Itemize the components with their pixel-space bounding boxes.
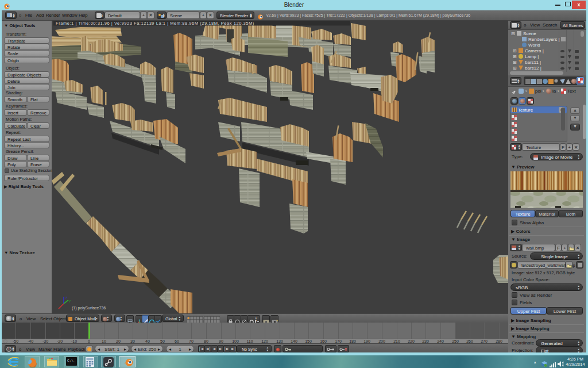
svg-text:(1) polySurface736: (1) polySurface736	[72, 306, 106, 310]
svg-text:Frame:1 | Time:00:31.96 | Ve:9: Frame:1 | Time:00:31.96 | Ve:9923 Fa:121…	[56, 21, 254, 26]
svg-text:C:\_: C:\_	[67, 359, 76, 363]
svg-text:z: z	[65, 296, 67, 299]
svg-text:y: y	[69, 299, 71, 302]
